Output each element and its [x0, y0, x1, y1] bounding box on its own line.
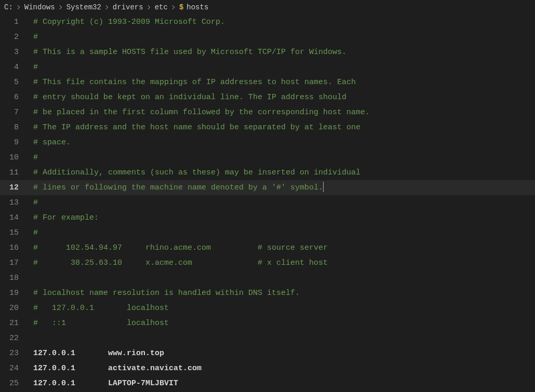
- editor-line[interactable]: 10#: [0, 150, 535, 165]
- line-number[interactable]: 17: [0, 255, 28, 271]
- line-number[interactable]: 9: [0, 135, 28, 150]
- line-content[interactable]: # ::1 localhost: [28, 316, 535, 331]
- line-number[interactable]: 4: [0, 60, 28, 75]
- editor-line[interactable]: 17# 38.25.63.10 x.acme.com # x client ho…: [0, 255, 535, 271]
- line-number[interactable]: 2: [0, 30, 28, 45]
- editor-line[interactable]: 24127.0.0.1 activate.navicat.com: [0, 361, 535, 376]
- editor-line[interactable]: 11# Additionally, comments (such as thes…: [0, 165, 535, 180]
- line-content[interactable]: #: [28, 150, 535, 165]
- line-content[interactable]: # lines or following the machine name de…: [28, 180, 535, 195]
- editor-line[interactable]: 3# This is a sample HOSTS file used by M…: [0, 45, 535, 60]
- line-number[interactable]: 13: [0, 195, 28, 210]
- line-content[interactable]: #: [28, 225, 535, 240]
- chevron-right-icon: [16, 4, 22, 10]
- editor-line[interactable]: 2#: [0, 30, 535, 45]
- line-content[interactable]: # 127.0.0.1 localhost: [28, 301, 535, 316]
- editor-line[interactable]: 16# 102.54.94.97 rhino.acme.com # source…: [0, 240, 535, 255]
- breadcrumb-seg-2[interactable]: System32: [66, 3, 101, 11]
- chevron-right-icon: [146, 4, 152, 10]
- line-number[interactable]: 12: [0, 180, 28, 195]
- editor-line[interactable]: 14# For example:: [0, 210, 535, 225]
- editor-line[interactable]: 7# be placed in the first column followe…: [0, 105, 535, 120]
- line-content[interactable]: #: [28, 195, 535, 210]
- editor-line[interactable]: 8# The IP address and the host name shou…: [0, 120, 535, 135]
- line-content[interactable]: # 102.54.94.97 rhino.acme.com # source s…: [28, 240, 535, 255]
- editor-line[interactable]: 25127.0.0.1 LAPTOP-7MLJBVIT: [0, 376, 535, 391]
- line-number[interactable]: 15: [0, 225, 28, 240]
- line-number[interactable]: 3: [0, 45, 28, 60]
- line-number[interactable]: 5: [0, 75, 28, 90]
- line-content[interactable]: #: [28, 60, 535, 75]
- line-number[interactable]: 14: [0, 210, 28, 225]
- editor-line[interactable]: 20# 127.0.0.1 localhost: [0, 301, 535, 316]
- line-content[interactable]: # The IP address and the host name shoul…: [28, 120, 535, 135]
- line-content[interactable]: # entry should be kept on an individual …: [28, 90, 535, 105]
- editor-line[interactable]: 9# space.: [0, 135, 535, 150]
- editor-line[interactable]: 18: [0, 271, 535, 286]
- editor-line[interactable]: 12# lines or following the machine name …: [0, 180, 535, 195]
- line-content[interactable]: # This is a sample HOSTS file used by Mi…: [28, 45, 535, 60]
- line-number[interactable]: 23: [0, 346, 28, 361]
- line-content[interactable]: 127.0.0.1 www.rion.top: [28, 346, 535, 361]
- file-type-icon: $: [179, 3, 183, 11]
- line-number[interactable]: 21: [0, 316, 28, 331]
- line-content[interactable]: # Additionally, comments (such as these)…: [28, 165, 535, 180]
- line-content[interactable]: # Copyright (c) 1993-2009 Microsoft Corp…: [28, 15, 535, 30]
- breadcrumb-seg-4[interactable]: etc: [155, 3, 168, 11]
- line-content[interactable]: # be placed in the first column followed…: [28, 105, 535, 120]
- line-content[interactable]: # localhost name resolution is handled w…: [28, 286, 535, 301]
- editor-line[interactable]: 5# This file contains the mappings of IP…: [0, 75, 535, 90]
- breadcrumb-seg-1[interactable]: Windows: [24, 3, 55, 11]
- line-number[interactable]: 20: [0, 301, 28, 316]
- line-number[interactable]: 25: [0, 376, 28, 391]
- editor-line[interactable]: 22: [0, 331, 535, 346]
- line-number[interactable]: 8: [0, 120, 28, 135]
- line-number[interactable]: 1: [0, 15, 28, 30]
- editor-line[interactable]: 21# ::1 localhost: [0, 316, 535, 331]
- breadcrumb-file[interactable]: hosts: [186, 3, 208, 11]
- breadcrumb[interactable]: C: Windows System32 drivers etc $ hosts: [0, 0, 535, 15]
- line-number[interactable]: 6: [0, 90, 28, 105]
- breadcrumb-seg-0[interactable]: C:: [4, 3, 13, 11]
- chevron-right-icon: [170, 4, 177, 10]
- code-editor[interactable]: 1# Copyright (c) 1993-2009 Microsoft Cor…: [0, 15, 535, 391]
- chevron-right-icon: [58, 4, 64, 10]
- editor-line[interactable]: 15#: [0, 225, 535, 240]
- editor-line[interactable]: 13#: [0, 195, 535, 210]
- line-number[interactable]: 18: [0, 271, 28, 286]
- line-number[interactable]: 19: [0, 286, 28, 301]
- line-content[interactable]: # space.: [28, 135, 535, 150]
- line-content[interactable]: # For example:: [28, 210, 535, 225]
- editor-line[interactable]: 23127.0.0.1 www.rion.top: [0, 346, 535, 361]
- line-number[interactable]: 24: [0, 361, 28, 376]
- line-number[interactable]: 10: [0, 150, 28, 165]
- chevron-right-icon: [104, 4, 110, 10]
- line-content[interactable]: #: [28, 30, 535, 45]
- line-content[interactable]: # 38.25.63.10 x.acme.com # x client host: [28, 255, 535, 271]
- line-number[interactable]: 22: [0, 331, 28, 346]
- line-content[interactable]: 127.0.0.1 LAPTOP-7MLJBVIT: [28, 376, 535, 391]
- line-number[interactable]: 16: [0, 240, 28, 255]
- editor-line[interactable]: 1# Copyright (c) 1993-2009 Microsoft Cor…: [0, 15, 535, 30]
- text-cursor: [323, 182, 324, 192]
- editor-line[interactable]: 19# localhost name resolution is handled…: [0, 286, 535, 301]
- editor-line[interactable]: 6# entry should be kept on an individual…: [0, 90, 535, 105]
- line-number[interactable]: 11: [0, 165, 28, 180]
- editor-line[interactable]: 4#: [0, 60, 535, 75]
- breadcrumb-seg-3[interactable]: drivers: [113, 3, 143, 11]
- line-content[interactable]: # This file contains the mappings of IP …: [28, 75, 535, 90]
- line-number[interactable]: 7: [0, 105, 28, 120]
- line-content[interactable]: 127.0.0.1 activate.navicat.com: [28, 361, 535, 376]
